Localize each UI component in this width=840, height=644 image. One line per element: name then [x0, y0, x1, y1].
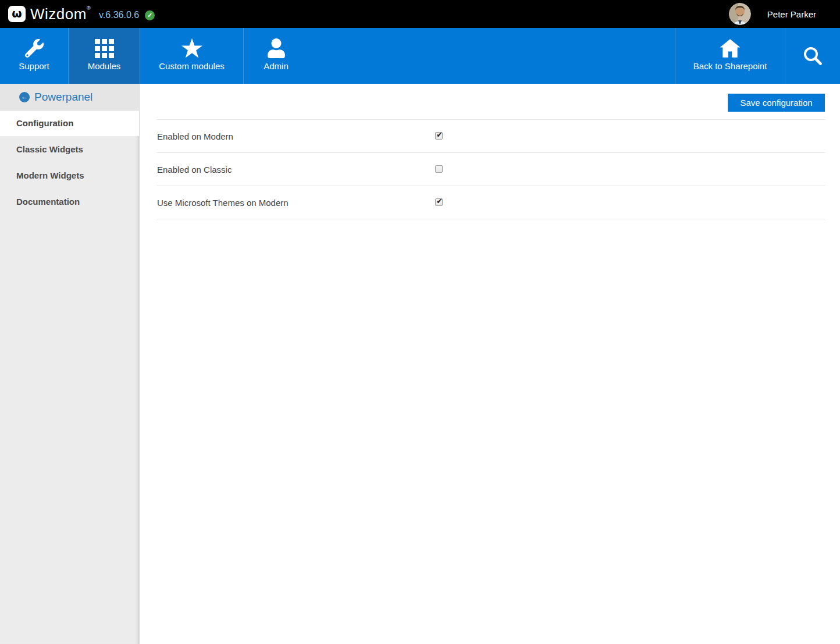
sidebar: Powerpanel Configuration Classic Widgets… — [0, 84, 140, 644]
setting-label: Use Microsoft Themes on Modern — [157, 198, 289, 208]
home-icon — [719, 35, 741, 61]
brand-wordmark: Wizdom® — [30, 5, 91, 23]
setting-row-use-microsoft-themes: Use Microsoft Themes on Modern — [157, 186, 825, 219]
sidebar-item-documentation[interactable]: Documentation — [0, 188, 139, 215]
settings-list: Enabled on Modern Enabled on Classic Use… — [157, 119, 825, 219]
enabled-on-modern-checkbox[interactable] — [435, 132, 443, 140]
nav-tab-label: Modules — [88, 61, 121, 71]
enabled-on-classic-checkbox[interactable] — [435, 165, 443, 173]
top-bar: Wizdom® v.6.36.0.6 Peter Parker — [0, 0, 840, 28]
avatar-photo-icon — [729, 3, 751, 25]
setting-label: Enabled on Classic — [157, 165, 232, 175]
version-label: v.6.36.0.6 — [99, 10, 139, 20]
wizdom-admin-screen: Wizdom® v.6.36.0.6 Peter Parker — [0, 0, 840, 644]
sidebar-item-label: Documentation — [16, 197, 80, 207]
configuration-panel: Save configuration Enabled on Modern Ena… — [140, 84, 840, 644]
nav-tab-back-to-sharepoint[interactable]: Back to Sharepoint — [675, 28, 785, 84]
nav-tab-modules[interactable]: Modules — [68, 28, 140, 84]
sidebar-item-label: Configuration — [16, 118, 73, 128]
circle-back-arrow-icon — [19, 92, 30, 102]
brand-text: Wizdom — [30, 5, 87, 23]
nav-spacer — [308, 28, 675, 84]
setting-row-enabled-on-modern: Enabled on Modern — [157, 120, 825, 153]
star-icon — [181, 35, 203, 61]
user-icon — [268, 35, 285, 61]
setting-label: Enabled on Modern — [157, 131, 233, 141]
sidebar-item-label: Modern Widgets — [16, 170, 84, 180]
nav-tab-label: Admin — [264, 61, 289, 71]
nav-tab-admin[interactable]: Admin — [243, 28, 308, 84]
grid-icon — [95, 35, 114, 61]
nav-search-button[interactable] — [785, 28, 840, 84]
main-nav-bar: Support Modules Custom modules Admin — [0, 28, 840, 84]
user-avatar[interactable] — [729, 3, 751, 25]
nav-tab-custom-modules[interactable]: Custom modules — [140, 28, 243, 84]
sidebar-item-configuration[interactable]: Configuration — [0, 111, 139, 136]
save-configuration-button[interactable]: Save configuration — [728, 94, 825, 112]
green-check-badge-icon — [145, 10, 155, 20]
sidebar-back-label: Powerpanel — [34, 91, 92, 104]
sidebar-back-powerpanel[interactable]: Powerpanel — [0, 84, 139, 111]
nav-tab-label: Custom modules — [159, 61, 225, 71]
wrench-icon — [25, 35, 44, 61]
setting-row-enabled-on-classic: Enabled on Classic — [157, 153, 825, 186]
sidebar-item-classic-widgets[interactable]: Classic Widgets — [0, 136, 139, 162]
nav-tab-label: Back to Sharepoint — [693, 61, 767, 71]
sidebar-item-label: Classic Widgets — [16, 144, 83, 154]
registered-mark: ® — [87, 5, 91, 11]
save-row: Save configuration — [157, 94, 825, 112]
nav-tab-support[interactable]: Support — [0, 28, 68, 84]
sidebar-item-modern-widgets[interactable]: Modern Widgets — [0, 162, 139, 188]
user-name-label[interactable]: Peter Parker — [767, 9, 816, 19]
search-icon — [802, 45, 823, 66]
nav-tab-label: Support — [19, 61, 49, 71]
wizdom-logo-icon[interactable] — [8, 6, 26, 22]
use-microsoft-themes-checkbox[interactable] — [435, 198, 443, 206]
